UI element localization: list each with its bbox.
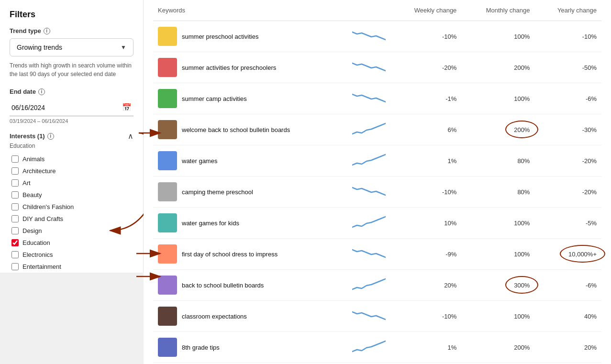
trend-type-info-icon[interactable]: i [44, 28, 50, 34]
interests-header: Interests (1) i ∧ [10, 132, 133, 141]
table-row: first day of school dress to impress -9%… [153, 239, 601, 270]
monthly-value: 200% [514, 344, 530, 351]
sidebar: Filters Trend type i Growing trends ▼ Tr… [0, 0, 144, 273]
yearly-cell: 40% [534, 301, 601, 332]
checkbox-item-beauty[interactable]: Beauty [10, 189, 133, 201]
keyword-text: summer camp activities [182, 95, 247, 102]
trend-description: Trends with high growth in search volume… [10, 61, 133, 78]
monthly-cell: 100% [461, 83, 534, 114]
checkbox-item-architecture[interactable]: Architecture [10, 165, 133, 177]
monthly-value: 100% [514, 251, 530, 258]
weekly-value: 6% [390, 114, 462, 145]
yearly-value: -6% [586, 95, 597, 102]
keyword-cell: welcome back to school bulletin boards [153, 114, 347, 145]
checkbox-item-design[interactable]: Design [10, 225, 133, 237]
checkbox-entertainment[interactable] [11, 263, 19, 270]
yearly-cell: -5% [534, 208, 601, 239]
checkbox-label: Entertainment [22, 263, 61, 270]
date-value: 06/16/2024 [11, 104, 45, 111]
table-row: summer camp activities -1% 100% -6% [153, 83, 601, 114]
checkbox-item-children's-fashion[interactable]: Children's Fashion [10, 201, 133, 213]
sparkline-cell [347, 145, 390, 176]
checkbox-item-animals[interactable]: Animals [10, 153, 133, 165]
keyword-thumbnail [158, 244, 177, 264]
weekly-value: -9% [390, 239, 462, 270]
checkbox-electronics[interactable] [11, 251, 19, 258]
circled-yearly: 10,000%+ [568, 251, 597, 258]
main-content: Keywords Weekly change Monthly change Ye… [144, 0, 611, 364]
checkbox-item-diy-and-crafts[interactable]: DIY and Crafts [10, 213, 133, 225]
calendar-icon[interactable]: 📅 [122, 103, 132, 112]
keyword-cell: water games for kids [153, 208, 347, 239]
monthly-value: 100% [514, 313, 530, 320]
weekly-value: 20% [390, 270, 462, 301]
table-row: 8th grade tips 1% 200% 20% [153, 332, 601, 363]
sparkline-cell [347, 21, 390, 52]
checkbox-beauty[interactable] [11, 191, 19, 199]
keyword-thumbnail [158, 58, 177, 77]
checkbox-item-education[interactable]: Education [10, 237, 133, 249]
checkbox-item-art[interactable]: Art [10, 177, 133, 189]
table-row: camping theme preschool -10% 80% -20% [153, 176, 601, 208]
collapse-interests-button[interactable]: ∧ [128, 132, 133, 141]
keyword-cell: camping theme preschool [153, 176, 347, 208]
table-row: summer activities for preschoolers -20% … [153, 52, 601, 83]
sparkline-cell [347, 301, 390, 332]
checkbox-item-electronics[interactable]: Electronics [10, 249, 133, 261]
interests-info-icon[interactable]: i [47, 133, 54, 140]
end-date-info-icon[interactable]: i [38, 88, 45, 95]
checkbox-label: DIY and Crafts [22, 215, 63, 222]
checkbox-diy-and-crafts[interactable] [11, 215, 19, 222]
table-row: back to school bulletin boards 20% 300% … [153, 270, 601, 301]
keyword-text: summer activities for preschoolers [182, 64, 276, 71]
keyword-text: welcome back to school bulletin boards [182, 126, 290, 133]
weekly-value: -10% [390, 176, 462, 208]
keywords-table: Keywords Weekly change Monthly change Ye… [153, 0, 601, 363]
keyword-text: water games [182, 157, 217, 165]
interests-section: Interests (1) i ∧ Education AnimalsArchi… [10, 132, 133, 273]
checkbox-label: Architecture [22, 167, 56, 175]
date-input[interactable]: 06/16/2024 📅 [10, 99, 133, 116]
checkbox-children's-fashion[interactable] [11, 203, 19, 210]
monthly-value: 80% [517, 188, 530, 196]
keyword-text: back to school bulletin boards [182, 282, 264, 289]
col-monthly: Monthly change [461, 0, 534, 21]
keyword-thumbnail [158, 89, 177, 108]
monthly-cell: 80% [461, 145, 534, 176]
weekly-value: 10% [390, 208, 462, 239]
keyword-cell: 8th grade tips [153, 332, 347, 363]
checkbox-item-entertainment[interactable]: Entertainment [10, 261, 133, 273]
yearly-value: -6% [586, 282, 597, 289]
checkbox-label: Education [22, 239, 50, 246]
keyword-cell: summer preschool activities [153, 21, 347, 52]
checkbox-architecture[interactable] [11, 167, 19, 175]
weekly-value: -10% [390, 301, 462, 332]
trend-type-dropdown[interactable]: Growing trends ▼ [10, 38, 133, 56]
checkbox-label: Electronics [22, 251, 53, 258]
weekly-value: -10% [390, 21, 462, 52]
keyword-thumbnail [158, 307, 177, 326]
yearly-value: 40% [584, 313, 597, 320]
weekly-value: 1% [390, 332, 462, 363]
circled-monthly: 300% [514, 282, 530, 289]
keyword-thumbnail [158, 276, 177, 295]
keyword-text: summer preschool activities [182, 33, 258, 40]
checkbox-education[interactable] [11, 239, 19, 246]
yearly-value: -5% [586, 220, 597, 227]
sparkline-cell [347, 52, 390, 83]
filters-title: Filters [10, 10, 133, 20]
table-row: classroom expectations -10% 100% 40% [153, 301, 601, 332]
col-chart [347, 0, 390, 21]
checkbox-design[interactable] [11, 227, 19, 234]
keyword-text: camping theme preschool [182, 188, 253, 196]
monthly-cell: 100% [461, 301, 534, 332]
monthly-cell: 200% [461, 332, 534, 363]
checkbox-animals[interactable] [11, 155, 19, 163]
checkbox-art[interactable] [11, 179, 19, 187]
keyword-thumbnail [158, 120, 177, 139]
keyword-thumbnail [158, 151, 177, 170]
keyword-cell: summer camp activities [153, 83, 347, 114]
keyword-thumbnail [158, 27, 177, 46]
yearly-value: -20% [582, 188, 597, 196]
circled-monthly: 200% [514, 126, 530, 133]
